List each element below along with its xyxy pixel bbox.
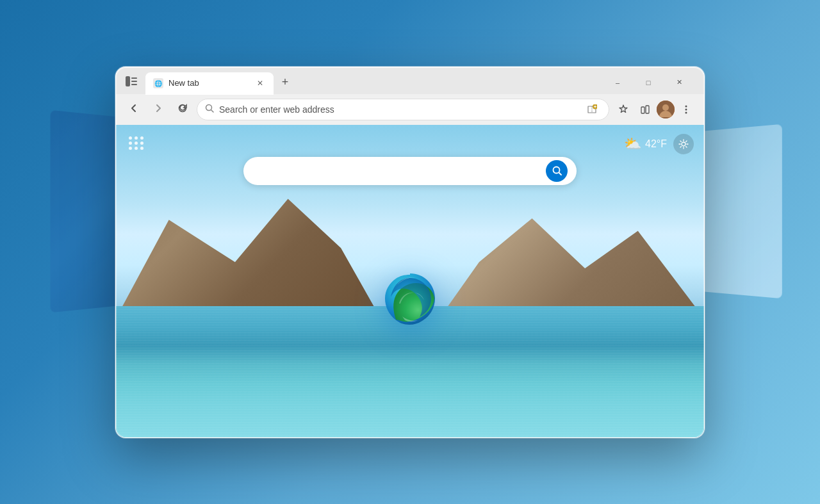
search-icon xyxy=(205,104,214,115)
svg-point-16 xyxy=(553,167,559,174)
grid-dot xyxy=(140,136,144,140)
address-bar[interactable]: Search or enter web address xyxy=(197,99,609,120)
weather-widget: ⛅ 42°F xyxy=(624,134,694,154)
svg-point-13 xyxy=(685,108,687,110)
collections-icon[interactable] xyxy=(635,99,655,120)
weather-icon: ⛅ xyxy=(624,136,641,152)
newtab-search-box[interactable] xyxy=(243,157,577,185)
edge-logo-container xyxy=(378,268,442,332)
forward-icon xyxy=(153,103,163,116)
newtab-content: ⛅ 42°F xyxy=(116,125,704,437)
svg-rect-8 xyxy=(641,107,644,113)
tab-close-button[interactable]: ✕ xyxy=(254,77,266,89)
mountain-left xyxy=(116,177,381,318)
svg-point-15 xyxy=(682,142,685,146)
svg-rect-9 xyxy=(646,106,649,113)
grid-dot xyxy=(129,142,132,145)
favorites-icon[interactable] xyxy=(613,99,634,120)
navigation-bar: Search or enter web address xyxy=(116,94,704,125)
weather-info[interactable]: ⛅ 42°F xyxy=(624,136,667,152)
tab-title: New tab xyxy=(168,78,249,88)
svg-text:🌐: 🌐 xyxy=(154,79,163,88)
refresh-button[interactable] xyxy=(172,99,193,120)
newtab-search-container xyxy=(243,157,577,185)
bg-decoration-right xyxy=(695,124,782,298)
tab-favicon-icon: 🌐 xyxy=(153,78,163,88)
svg-rect-0 xyxy=(126,76,130,86)
svg-rect-3 xyxy=(131,84,137,85)
split-screen-icon[interactable] xyxy=(583,101,601,118)
grid-dot xyxy=(135,142,138,145)
search-submit-button[interactable] xyxy=(546,160,568,182)
svg-point-14 xyxy=(685,111,687,113)
grid-dot xyxy=(129,136,132,140)
svg-rect-2 xyxy=(131,81,137,82)
newtab-settings-button[interactable] xyxy=(673,134,694,154)
tab-bar: 🌐 New tab ✕ + – □ ✕ xyxy=(116,67,704,94)
grid-dot xyxy=(140,142,144,145)
toolbar-icons xyxy=(613,99,696,120)
grid-dot xyxy=(135,147,138,150)
forward-button[interactable] xyxy=(148,99,168,120)
apps-grid-button[interactable] xyxy=(126,134,147,152)
address-text: Search or enter web address xyxy=(219,104,578,115)
svg-point-12 xyxy=(685,105,687,107)
sidebar-toggle-button[interactable] xyxy=(121,71,142,92)
grid-dot xyxy=(140,147,144,150)
browser-chrome: 🌐 New tab ✕ + – □ ✕ xyxy=(116,67,704,125)
svg-rect-1 xyxy=(131,77,137,79)
grid-dot xyxy=(129,147,132,150)
weather-temperature: 42°F xyxy=(645,138,667,150)
close-button[interactable]: ✕ xyxy=(664,74,694,92)
browser-window: 🌐 New tab ✕ + – □ ✕ xyxy=(115,67,705,438)
new-tab-button[interactable]: + xyxy=(276,74,294,92)
window-controls: – □ ✕ xyxy=(603,74,694,92)
maximize-button[interactable]: □ xyxy=(634,74,663,92)
minimize-button[interactable]: – xyxy=(603,74,632,92)
mountain-right xyxy=(439,193,704,318)
svg-point-11 xyxy=(662,104,669,111)
more-options-button[interactable] xyxy=(676,99,696,120)
svg-point-6 xyxy=(206,105,212,111)
edge-logo xyxy=(378,268,442,332)
plus-icon: + xyxy=(282,76,289,89)
back-icon xyxy=(129,103,139,116)
grid-dot xyxy=(135,136,138,140)
back-button[interactable] xyxy=(124,99,144,120)
refresh-icon xyxy=(177,103,188,116)
active-tab[interactable]: 🌐 New tab ✕ xyxy=(145,72,274,94)
profile-avatar[interactable] xyxy=(657,101,675,118)
